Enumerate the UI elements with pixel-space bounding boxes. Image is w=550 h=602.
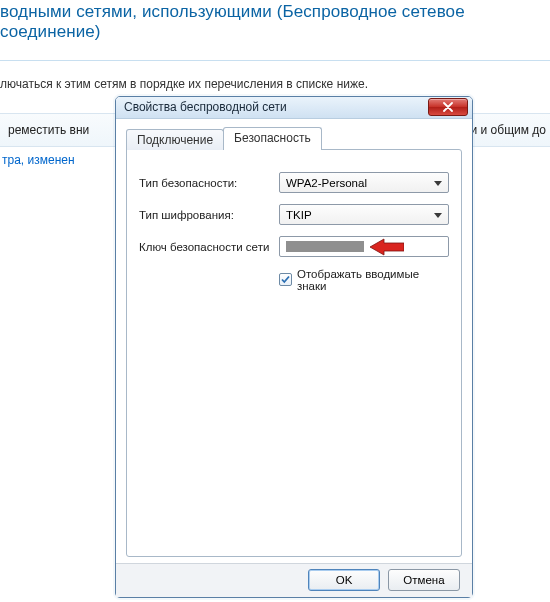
toolbar-shared[interactable]: и и общим до — [471, 123, 546, 137]
show-characters-label: Отображать вводимые знаки — [297, 268, 449, 292]
masked-password — [286, 241, 364, 252]
page-description: лючаться к этим сетям в порядке их переч… — [0, 77, 550, 91]
network-key-label: Ключ безопасности сети — [139, 241, 279, 253]
close-button[interactable] — [428, 98, 468, 116]
network-key-input[interactable] — [279, 236, 449, 257]
check-icon — [280, 271, 291, 289]
toolbar-move-down[interactable]: реместить вни — [2, 123, 95, 137]
page-heading: водными сетями, использующими (Беспровод… — [0, 0, 550, 42]
dialog-title: Свойства беспроводной сети — [124, 100, 428, 114]
encryption-type-select[interactable]: TKIP — [279, 204, 449, 225]
encryption-type-label: Тип шифрования: — [139, 209, 279, 221]
titlebar: Свойства беспроводной сети — [116, 97, 472, 119]
security-type-select[interactable]: WPA2-Personal — [279, 172, 449, 193]
tab-connection[interactable]: Подключение — [126, 129, 224, 150]
tab-panel-security: Тип безопасности: WPA2-Personal Тип шифр… — [126, 149, 462, 557]
arrow-annotation-icon — [370, 238, 404, 256]
security-type-label: Тип безопасности: — [139, 177, 279, 189]
close-icon — [442, 98, 454, 116]
cancel-button[interactable]: Отмена — [388, 569, 460, 591]
dialog-button-bar: OK Отмена — [116, 563, 472, 597]
tab-bar: Подключение Безопасность — [126, 127, 462, 150]
svg-marker-0 — [370, 239, 404, 255]
security-type-value: WPA2-Personal — [286, 177, 367, 189]
tab-security[interactable]: Безопасность — [223, 127, 322, 150]
ok-button[interactable]: OK — [308, 569, 380, 591]
show-characters-checkbox[interactable] — [279, 273, 292, 286]
wireless-properties-dialog: Свойства беспроводной сети Подключение Б… — [115, 96, 473, 598]
divider — [0, 60, 550, 61]
encryption-type-value: TKIP — [286, 209, 312, 221]
